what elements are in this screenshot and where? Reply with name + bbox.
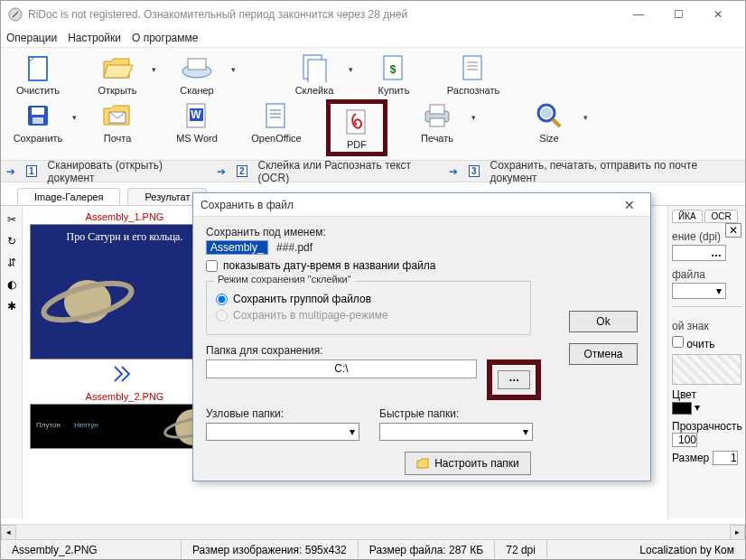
step-3-label: Сохранить, печатать, отправить по почте … (490, 159, 740, 184)
size-spinner[interactable] (713, 451, 738, 465)
save-multipage-radio (216, 310, 228, 322)
dropdown-arrow-icon[interactable]: ▾ (471, 113, 476, 122)
save-dialog: Сохранить в файл ✕ Сохранить под именем:… (192, 192, 651, 481)
pdf-button[interactable]: PDF (332, 106, 381, 150)
scanner-button[interactable]: Сканер▾ (167, 51, 227, 96)
folder-path-input[interactable]: C:\ (206, 359, 477, 378)
maximize-button[interactable]: ☐ (658, 2, 698, 27)
show-datetime-label: показывать дату-время в названии файла (223, 259, 436, 272)
save-mode-group: Режим сохранения "склейки" Сохранить гру… (206, 281, 531, 335)
rotate-icon[interactable]: ↻ (7, 235, 16, 247)
browse-button-highlight: … (487, 359, 541, 400)
fast-folders-label: Быстрые папки: (379, 407, 533, 420)
minimize-button[interactable]: — (619, 2, 658, 27)
dialog-close-button[interactable]: ✕ (616, 198, 643, 212)
dialog-title: Сохранить в файл (200, 199, 616, 211)
color-swatch[interactable] (672, 402, 692, 415)
open-button[interactable]: Открыть▾ (88, 51, 147, 96)
left-toolbar: ✂ ↻ ⇵ ◐ ✱ (1, 206, 23, 518)
flip-icon[interactable]: ⇵ (7, 257, 16, 269)
svg-rect-1 (29, 57, 47, 80)
menu-operations[interactable]: Операции (6, 32, 57, 44)
svg-rect-5 (308, 60, 326, 82)
status-dpi: 72 dpi (495, 540, 547, 559)
filename-input[interactable]: Assembly_ (206, 240, 268, 255)
msword-button[interactable]: WMS Word (167, 99, 227, 144)
horizontal-scrollbar[interactable]: ◂ ▸ (1, 524, 745, 539)
dropdown-arrow-icon[interactable]: ▾ (349, 65, 353, 74)
thumbnail-1[interactable]: Assembly_1.PNG Про Сатурн и его кольца. (30, 211, 219, 359)
status-bar: Assembly_2.PNG Размер изображения: 595x4… (1, 539, 745, 559)
svg-point-28 (541, 107, 552, 118)
close-button[interactable]: ✕ (698, 2, 738, 27)
ocr-button[interactable]: Распознать (443, 51, 503, 96)
save-button[interactable]: Сохранить▾ (8, 99, 68, 144)
mail-button[interactable]: Почта (88, 99, 147, 144)
app-icon (8, 7, 23, 22)
menu-bar: Операции Настройки О программе (1, 28, 745, 48)
right-panel: ЙКА OCR ✕ ение (dpi) … файла ▾ ой знак о… (667, 206, 745, 518)
tab-ocr[interactable]: OCR (704, 210, 737, 223)
svg-rect-3 (188, 59, 206, 70)
size-button[interactable]: Size▾ (519, 99, 579, 144)
dropdown-arrow-icon[interactable]: ▾ (231, 65, 236, 74)
node-folders-select[interactable]: ▾ (206, 423, 359, 441)
status-image-size: Размер изображения: 595x432 (182, 540, 359, 559)
svg-rect-19 (266, 104, 284, 127)
configure-folders-button[interactable]: Настроить папки (405, 452, 531, 475)
step-bar: ➔1 Сканировать (открыть) документ ➔2 Скл… (1, 161, 745, 182)
file-format-select[interactable]: ▾ (672, 283, 726, 299)
step-1-label: Сканировать (открыть) документ (48, 159, 208, 184)
menu-about[interactable]: О программе (132, 32, 198, 44)
dpi-input[interactable]: … (672, 245, 726, 261)
scroll-right-icon[interactable]: ▸ (730, 525, 745, 540)
arrow-icon: ➔ (449, 165, 458, 178)
scroll-left-icon[interactable]: ◂ (1, 525, 16, 540)
svg-rect-14 (33, 117, 43, 124)
ok-button[interactable]: Ok (569, 311, 638, 332)
toolbar: Очистить Открыть▾ Сканер▾ Склейка▾ $Купи… (1, 48, 745, 161)
menu-settings[interactable]: Настройки (68, 32, 121, 44)
fast-folders-select[interactable]: ▾ (379, 423, 533, 441)
status-file: Assembly_2.PNG (1, 540, 182, 559)
arrow-icon: ➔ (6, 165, 15, 178)
link-arrows-icon (111, 365, 133, 383)
title-bar: RiDoc is not registered. Ознакомительный… (1, 1, 745, 28)
clear-button[interactable]: Очистить (8, 51, 68, 96)
step-2-label: Склейка или Распознать текст (OCR) (258, 159, 440, 184)
dropdown-arrow-icon[interactable]: ▾ (72, 113, 77, 122)
filename-ext: ###.pdf (276, 241, 312, 254)
glue-button[interactable]: Склейка▾ (284, 51, 344, 96)
thumbnail-2[interactable]: Assembly_2.PNG Плутон Нептун (30, 391, 219, 449)
node-folders-label: Узловые папки: (206, 407, 359, 420)
dropdown-arrow-icon[interactable]: ▾ (583, 113, 588, 122)
cancel-button[interactable]: Отмена (569, 343, 638, 365)
include-checkbox[interactable] (672, 336, 684, 348)
svg-text:$: $ (390, 63, 396, 76)
filename-label: Сохранить под именем: (206, 226, 638, 238)
svg-rect-23 (347, 110, 365, 134)
arrow-icon: ➔ (217, 165, 226, 178)
opacity-spinner[interactable] (672, 433, 697, 447)
color-label: Цвет (672, 388, 696, 401)
show-datetime-checkbox[interactable] (206, 260, 218, 272)
pdf-button-highlight: PDF (326, 99, 387, 156)
thumbnail-title: Assembly_2.PNG (30, 391, 219, 402)
tool-icon[interactable]: ◐ (7, 278, 16, 291)
svg-rect-26 (430, 118, 444, 126)
save-group-radio[interactable] (216, 294, 228, 305)
buy-button[interactable]: $Купить (364, 51, 424, 96)
openoffice-button[interactable]: OpenOffice (247, 99, 306, 144)
print-button[interactable]: Печать▾ (407, 99, 467, 144)
tab-image-gallery[interactable]: Image-Галерея (17, 188, 120, 205)
browse-button[interactable]: … (498, 370, 530, 389)
window-title: RiDoc is not registered. Ознакомительный… (28, 8, 619, 21)
tab-glue[interactable]: ЙКА (672, 210, 703, 223)
settings-icon[interactable]: ✱ (7, 300, 16, 313)
svg-rect-13 (32, 107, 44, 115)
folder-icon (416, 457, 429, 470)
dropdown-arrow-icon[interactable]: ▾ (152, 65, 156, 74)
file-format-label: файла (672, 268, 741, 281)
crop-icon[interactable]: ✂ (7, 213, 16, 226)
close-panel-icon[interactable]: ✕ (725, 223, 741, 238)
